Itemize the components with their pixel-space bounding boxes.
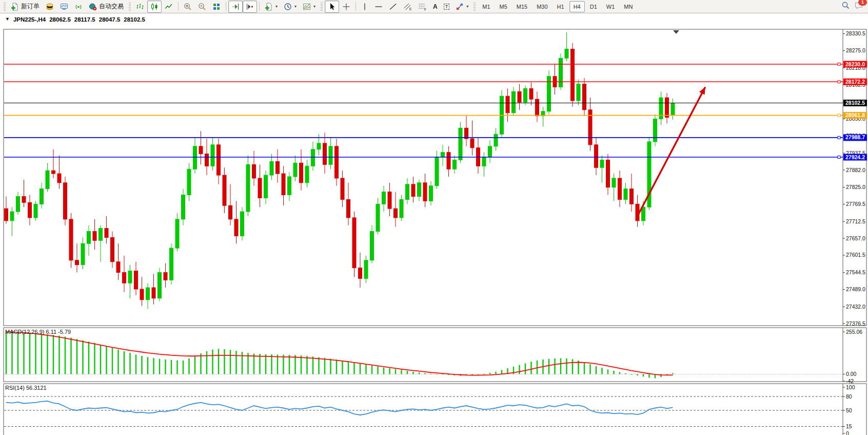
vertical-line-icon [361, 3, 368, 11]
ohlc-low: 28047.5 [99, 16, 121, 23]
templates-button[interactable]: ▾ [300, 1, 319, 13]
collapse-expander-icon[interactable]: ▼ [5, 16, 10, 23]
trendline-icon [389, 3, 397, 11]
new-order-button[interactable]: 新订单 [8, 1, 43, 13]
zoom-in-icon [184, 3, 192, 11]
trading-terminal-window: 新订单 自动交易 [0, 0, 868, 435]
auto-scroll-icon [231, 3, 240, 11]
svg-text:80: 80 [846, 393, 852, 400]
svg-text:E: E [409, 7, 412, 10]
equidistant-channel-tool-button[interactable]: E [400, 1, 415, 13]
chevron-down-icon: ▾ [294, 4, 297, 9]
arrows-icon [456, 3, 464, 11]
candlestick-icon [150, 3, 159, 11]
timeframe-M15[interactable]: M15 [512, 1, 531, 12]
rsi-label: RSI(14) 56.3121 [5, 385, 47, 391]
timeframe-H4[interactable]: H4 [569, 1, 585, 12]
svg-text:27376.5: 27376.5 [846, 320, 865, 327]
clock-icon [284, 3, 292, 11]
signals-button[interactable] [71, 1, 86, 13]
svg-text:15: 15 [846, 423, 852, 429]
arrows-tool-button[interactable]: ▾ [452, 1, 471, 13]
price-axis: 28330.528275.028218.028162.528106.528050… [843, 30, 865, 327]
line-chart-button[interactable] [162, 1, 176, 13]
timeframe-M1[interactable]: M1 [478, 1, 494, 12]
svg-text:28230.0: 28230.0 [845, 61, 865, 67]
timeframe-M30[interactable]: M30 [532, 1, 551, 12]
toolbar-grip[interactable] [129, 3, 131, 11]
svg-text:27432.0: 27432.0 [846, 304, 865, 310]
svg-text:27657.0: 27657.0 [846, 235, 865, 241]
auto-trading-icon [89, 3, 97, 11]
svg-text:28172.2: 28172.2 [845, 79, 865, 85]
svg-text:27712.5: 27712.5 [846, 218, 865, 224]
macd-indicator: 255.060.00-42MACD(12,26,9) 6.11 -5.79 [4, 329, 862, 384]
vertical-line-tool-button[interactable] [358, 1, 371, 13]
text-icon: A [433, 4, 438, 10]
cursor-button[interactable] [325, 1, 339, 13]
navigator-button[interactable] [57, 1, 71, 13]
indicators-button[interactable]: ▾ [262, 1, 281, 13]
chevron-down-icon: ▾ [313, 4, 315, 9]
horizontal-line-tool-button[interactable] [371, 1, 386, 13]
auto-scroll-button[interactable] [228, 1, 243, 13]
toolbar-grip[interactable] [4, 3, 6, 11]
chart-window: ▼ JPN225-,H4 28062.5 28117.5 28047.5 281… [0, 13, 868, 435]
crosshair-icon [342, 3, 350, 11]
main-toolbar: 新订单 自动交易 [0, 0, 868, 13]
bar-chart-icon [136, 3, 144, 11]
chart-canvas[interactable]: 28330.528275.028218.028162.528106.528050… [0, 13, 868, 435]
bar-chart-button[interactable] [133, 1, 147, 13]
ohlc-open: 28062.5 [49, 16, 71, 23]
tile-windows-button[interactable] [209, 1, 224, 13]
timeframe-H1[interactable]: H1 [553, 1, 568, 12]
zoom-out-icon [198, 3, 206, 11]
svg-text:28102.5: 28102.5 [845, 100, 865, 106]
new-order-label: 新订单 [21, 2, 40, 11]
template-icon [303, 3, 311, 11]
notification-badge: 1 [858, 0, 867, 6]
search-icon[interactable] [841, 1, 850, 12]
trendline-tool-button[interactable] [386, 1, 400, 13]
toolbar-grip[interactable] [321, 3, 323, 11]
channel-icon: E [403, 3, 412, 11]
svg-text:28275.0: 28275.0 [846, 47, 865, 53]
chart-monitor-icon [60, 3, 68, 11]
zoom-out-button[interactable] [195, 1, 209, 13]
ohlc-close: 28102.5 [124, 16, 145, 23]
text-tool-button[interactable]: A [430, 1, 441, 13]
chart-symbol-period: JPN225-,H4 [13, 16, 46, 23]
svg-text:F: F [424, 7, 426, 11]
chart-shift-icon [246, 3, 254, 11]
new-order-icon [11, 3, 19, 11]
svg-text:27988.7: 27988.7 [845, 134, 865, 140]
svg-text:27489.0: 27489.0 [846, 286, 865, 292]
timeframe-MN[interactable]: MN [620, 1, 637, 12]
chart-shift-marker[interactable] [673, 30, 679, 34]
candlestick-chart-button[interactable] [147, 1, 162, 13]
svg-text:0: 0 [846, 430, 849, 435]
periods-button[interactable]: ▾ [281, 1, 300, 13]
ohlc-high: 28117.5 [74, 16, 95, 23]
timeframe-W1[interactable]: W1 [602, 1, 619, 12]
crosshair-button[interactable] [339, 1, 353, 13]
timeframe-M5[interactable]: M5 [496, 1, 511, 12]
text-label-tool-button[interactable]: T [441, 1, 453, 13]
svg-text:27924.2: 27924.2 [845, 154, 865, 160]
horizontal-line-icon [374, 3, 383, 11]
timeframe-D1[interactable]: D1 [586, 1, 601, 12]
signal-icon [74, 3, 83, 11]
chart-shift-button[interactable] [243, 1, 257, 13]
chevron-down-icon: ▾ [275, 4, 278, 9]
market-watch-button[interactable] [43, 1, 57, 13]
rsi-line [6, 401, 673, 415]
chevron-down-icon: ▾ [466, 4, 468, 9]
horizontal-level-lines[interactable]: 28230.028172.228061.827988.727924.2 [4, 61, 867, 161]
svg-text:27769.5: 27769.5 [846, 201, 865, 207]
svg-text:28061.8: 28061.8 [845, 112, 865, 118]
toolbar-grip[interactable] [474, 3, 476, 11]
notifications-button[interactable]: 1 [854, 2, 863, 12]
fibonacci-tool-button[interactable]: F [415, 1, 430, 13]
zoom-in-button[interactable] [181, 1, 195, 13]
auto-trading-button[interactable]: 自动交易 [86, 1, 127, 13]
